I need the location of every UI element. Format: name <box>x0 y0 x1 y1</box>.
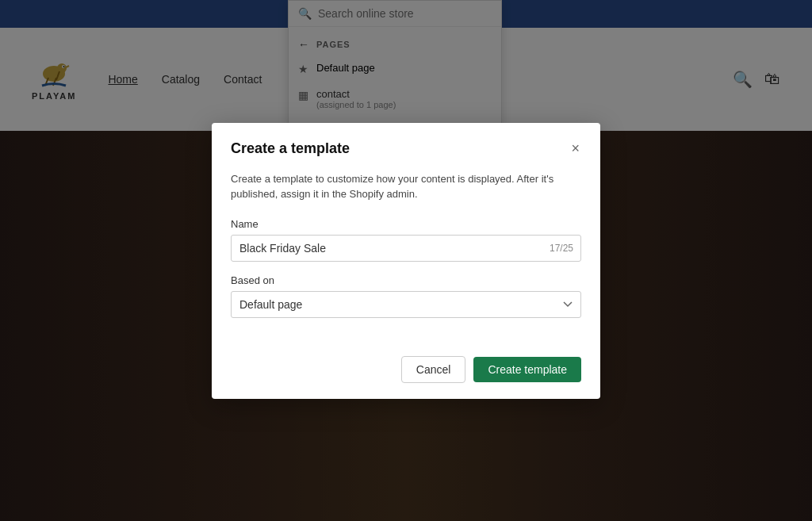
name-form-group: Name 17/25 <box>231 218 581 262</box>
name-input[interactable] <box>231 235 581 262</box>
name-input-wrap: 17/25 <box>231 235 581 262</box>
based-on-select[interactable]: Default page <box>231 291 581 318</box>
create-template-button[interactable]: Create template <box>473 357 581 382</box>
name-label: Name <box>231 218 581 230</box>
modal-header: Create a template × <box>212 123 600 171</box>
modal-close-button[interactable]: × <box>569 139 581 159</box>
char-count: 17/25 <box>550 243 573 254</box>
based-on-form-group: Based on Default page <box>231 274 581 318</box>
modal-body: Create a template to customize how your … <box>212 171 600 347</box>
modal-footer: Cancel Create template <box>212 347 600 399</box>
based-on-label: Based on <box>231 274 581 286</box>
modal-description: Create a template to customize how your … <box>231 171 581 202</box>
modal-title: Create a template <box>231 140 350 157</box>
create-template-modal: Create a template × Create a template to… <box>212 123 600 399</box>
cancel-button[interactable]: Cancel <box>401 356 466 383</box>
